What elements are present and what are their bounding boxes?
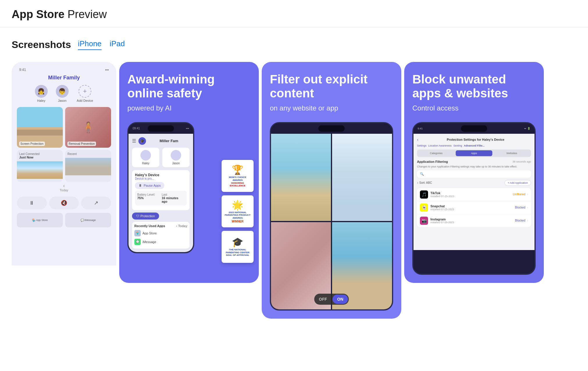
pm3-toggle-off[interactable]: OFF: [314, 295, 332, 304]
pm4-nav-tab-location[interactable]: Location Awareness: [428, 144, 452, 147]
pm4-back-button[interactable]: ‹: [417, 137, 418, 142]
screenshots-row: 9:41 ▪▪▪ Miller Family 👧 Haley 👦 Jason +: [12, 62, 576, 319]
award-badge-national-inner: 🌟 2023 National Parenting Product Awards…: [222, 195, 254, 227]
p1-members: 👧 Haley 👦 Jason + Add Device: [17, 85, 111, 102]
screenshot-card-1: 9:41 ▪▪▪ Miller Family 👧 Haley 👦 Jason +: [12, 62, 116, 265]
card4-headline: Block unwanted apps & websites: [412, 72, 536, 101]
pm2-battery-value: 75%: [137, 196, 160, 200]
pm2-last-info: Last 16 minutes ago: [162, 193, 184, 203]
p1-member-name-jason: Jason: [58, 99, 66, 102]
pm2-members-row: Haley Jason: [132, 148, 190, 167]
tab-iphone[interactable]: iPhone: [78, 39, 101, 50]
header: App Store Preview: [0, 0, 588, 27]
p1-app-store-tile[interactable]: 🏪 App Store: [17, 213, 63, 227]
pm2-last-label: Last: [162, 193, 184, 196]
p1-bottom-card-1: Last Connected Just Now: [17, 150, 63, 182]
tab-ipad[interactable]: iPad: [110, 39, 125, 50]
pm2-app-store-row: 🏪 App Store: [134, 229, 187, 238]
pm2-device-name: Haley's Device: [135, 173, 187, 177]
pm4-add-application-button[interactable]: + Add Application: [505, 180, 531, 186]
p1-connected-time: Just Now: [19, 156, 60, 159]
pm2-hamburger-icon[interactable]: ☰: [132, 138, 136, 144]
pm4-status-right: ▪▪ 🔋: [524, 127, 530, 130]
pm2-protection-button[interactable]: 🛡 Protection: [132, 213, 159, 220]
screenshots-header: Screenshots iPhone iPad: [12, 39, 576, 50]
pm4-section-title: Application Filtering: [417, 160, 448, 163]
pm2-pause-button[interactable]: ⏸ Pause Apps: [135, 182, 164, 189]
p1-location-button[interactable]: ↗: [81, 197, 111, 209]
pm3-pill: [318, 125, 345, 132]
pm4-tiktok-status: Unfiltered: [513, 193, 525, 196]
pm2-nav-row: ‹ Today: [176, 224, 187, 228]
pm2-header: ☰ 🎓 Miller Fam: [132, 137, 190, 145]
screenshots-section: Screenshots iPhone iPad 9:41 ▪▪▪ Miller …: [0, 27, 588, 319]
p1-recent-title: Recent: [67, 152, 109, 156]
pm4-timestamp: 38 seconds ago: [512, 160, 531, 163]
p1-quick-apps: 🏪 App Store 💬 iMessage: [17, 212, 111, 229]
pm2-imessage-icon: 💬: [134, 239, 141, 245]
award-badge-moms-choice: 🏆 Mom's Choice Awards HONORING EXCELLENC…: [222, 160, 254, 192]
p1-mute-button[interactable]: 🔇: [49, 197, 79, 209]
pm4-app-instagram[interactable]: 📷 Instagram installed 07-25-2023 Blocked…: [417, 214, 531, 227]
pm4-nav-tabs-row: Settings Location Awareness Sexting Adva…: [417, 144, 531, 147]
pm4-tab-apps[interactable]: Apps: [456, 150, 492, 156]
pm4-tab-categories[interactable]: Categories: [418, 150, 455, 156]
p1-bottom-card-2: Recent: [65, 150, 111, 182]
pm2-logo: 🎓: [138, 137, 146, 145]
pm2-signal: ▪▪▪: [186, 127, 189, 130]
pm4-app-list: 🎵 TikTok Installed 07-25-2023 Unfiltered…: [417, 188, 531, 227]
phone-screen-1: 9:41 ▪▪▪ Miller Family 👧 Haley 👦 Jason +: [12, 62, 116, 265]
pm3-toggle-container: OFF ON: [314, 294, 349, 305]
pm2-recent-apps: Recently Used Apps ‹ Today 🏪 App Store 💬…: [132, 222, 190, 249]
p1-imessage-tile[interactable]: 💬 iMessage: [65, 213, 111, 227]
pm4-app-tiktok[interactable]: 🎵 TikTok Installed 07-25-2023 Unfiltered…: [417, 188, 531, 201]
pm4-sort-label[interactable]: ↕ Sort: ABC: [417, 181, 432, 184]
pm4-app-snapchat[interactable]: 👻 Snapchat installed 07-25-2023 Blocked …: [417, 201, 531, 214]
pm4-snapchat-info: Snapchat installed 07-25-2023: [430, 204, 515, 211]
page-title: App Store Preview: [12, 8, 576, 21]
pm4-snapchat-icon: 👻: [420, 204, 428, 212]
pm4-search-icon: 🔍: [420, 172, 424, 176]
award-badge-national-parenting: 🌟 2023 National Parenting Product Awards…: [222, 195, 254, 227]
pm2-battery-label-text: Battery Level:: [137, 193, 160, 196]
screenshot-card-3: Filter out explicit content on any websi…: [262, 62, 401, 319]
p1-scroll-left[interactable]: ‹: [17, 183, 111, 188]
pm4-nav-tab-advanced[interactable]: Advanced Filte...: [464, 144, 485, 147]
pm4-time: 9:41: [418, 127, 423, 130]
card2-headline: Award-winning online safety: [127, 72, 251, 101]
pm4-section-desc: Changes to your Application Filtering se…: [417, 165, 531, 168]
pm4-nav-tab-settings[interactable]: Settings: [417, 144, 427, 147]
pm3-content: OFF ON: [271, 134, 392, 309]
award-icon-2: 🌟: [232, 199, 243, 211]
awards-container: 🏆 Mom's Choice Awards HONORING EXCELLENC…: [222, 160, 254, 263]
app-store-label: App Store: [12, 8, 65, 20]
p1-member-add[interactable]: + Add Device: [77, 85, 93, 102]
pm4-content: ‹ Protection Settings for Haley's Device…: [414, 134, 534, 250]
pm2-pause-label: Pause Apps: [144, 184, 161, 187]
p1-family-title: Miller Family: [17, 75, 111, 81]
pm2-last-value: 16 minutes ago: [162, 196, 184, 203]
pm2-battery-info: Battery Level: 75% Last 16 minutes ago: [135, 191, 187, 206]
pm4-tiktok-name: TikTok: [430, 191, 513, 195]
p1-small-recent: [65, 158, 111, 175]
card2-phone-mockup: 09:41 ▪▪▪ ☰ 🎓 Miller Fam: [127, 122, 194, 253]
card3-headline: Filter out explicit content: [270, 72, 393, 101]
p1-app-store-label: App Store: [36, 219, 48, 222]
award-text-1: Mom's Choice Awards: [224, 176, 251, 181]
pm2-time: 09:41: [133, 127, 140, 130]
p1-add-button[interactable]: +: [79, 85, 91, 98]
pm2-imessage-name: iMessage: [142, 240, 156, 244]
pm2-recent-label: Recently Used Apps: [134, 224, 165, 228]
pm2-recent-title: Recently Used Apps ‹ Today: [134, 224, 187, 228]
pm3-toggle-on[interactable]: ON: [333, 295, 348, 304]
p1-pause-button[interactable]: ⏸: [17, 197, 47, 209]
pm4-page-title: Protection Settings for Haley's Device: [420, 138, 531, 141]
pm4-tab-websites[interactable]: Websites: [493, 150, 530, 156]
pm3-images-grid: [271, 134, 392, 309]
pm4-search-bar[interactable]: 🔍: [417, 170, 531, 178]
p1-bottom-row: Last Connected Just Now Recent: [17, 150, 111, 182]
p1-card-label-1: Screen Protection: [19, 142, 45, 146]
pm4-instagram-icon: 📷: [420, 217, 428, 225]
pm4-nav-tab-sexting[interactable]: Sexting: [453, 144, 462, 147]
p1-last-connected: Last Connected: [19, 152, 60, 156]
